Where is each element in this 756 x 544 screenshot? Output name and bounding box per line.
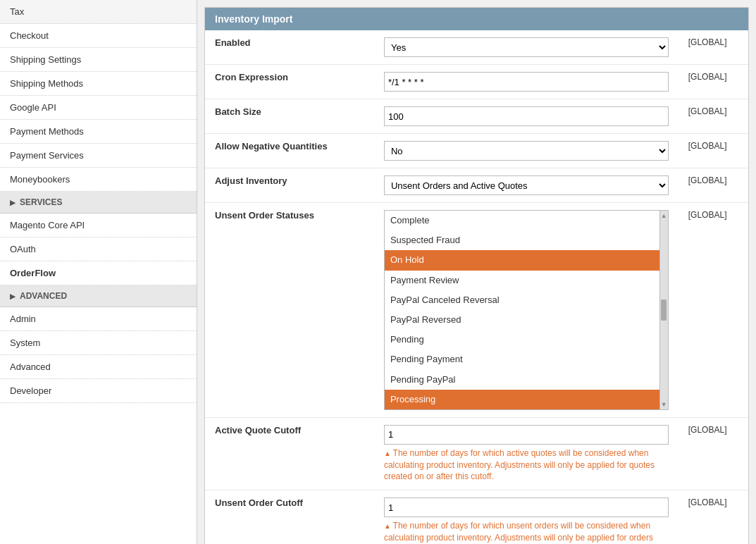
unsent-order-cutoff-global: [GLOBAL]	[678, 490, 748, 544]
enabled-label: Enabled	[205, 30, 374, 65]
adjust-inventory-wrapper: Unsent Orders and Active Quotes Unsent O…	[384, 175, 669, 195]
unsent-order-cutoff-row: Unsent Order Cutoff The number of days f…	[205, 490, 748, 544]
allow-negative-wrapper: No Yes	[384, 141, 669, 161]
active-quote-cutoff-global: [GLOBAL]	[678, 417, 748, 490]
sidebar: Tax Checkout Shipping Settings Shipping …	[0, 0, 197, 544]
status-paypal-canceled-reversal[interactable]: PayPal Canceled Reversal	[385, 290, 668, 310]
status-pending-paypal[interactable]: Pending PayPal	[385, 370, 668, 390]
status-pending[interactable]: Pending	[385, 330, 668, 350]
status-on-hold[interactable]: On Hold	[385, 250, 668, 270]
allow-negative-input-cell: No Yes	[374, 134, 678, 168]
sidebar-item-shipping-methods[interactable]: Shipping Methods	[0, 72, 197, 96]
unsent-order-cutoff-input-cell: The number of days for which unsent orde…	[374, 490, 678, 544]
sidebar-item-magento-core-api[interactable]: Magento Core API	[0, 214, 197, 237]
cron-global: [GLOBAL]	[678, 65, 748, 99]
enabled-select[interactable]: Yes No	[384, 37, 669, 57]
batch-input[interactable]	[384, 106, 669, 126]
sidebar-item-shipping-settings[interactable]: Shipping Settings	[0, 48, 197, 72]
sidebar-item-orderflow[interactable]: OrderFlow	[0, 261, 197, 285]
active-quote-cutoff-input[interactable]	[384, 425, 669, 445]
active-quote-cutoff-input-cell: The number of days for which active quot…	[374, 417, 678, 490]
allow-negative-select[interactable]: No Yes	[384, 141, 669, 161]
status-paypal-reversed[interactable]: PayPal Reversed	[385, 310, 668, 330]
multiselect-container: Complete Suspected Fraud On Hold Payment…	[384, 210, 669, 410]
panel-title: Inventory Import	[215, 13, 292, 25]
adjust-inventory-row: Adjust Inventory Unsent Orders and Activ…	[205, 168, 748, 203]
active-quote-cutoff-help: The number of days for which active quot…	[384, 447, 669, 483]
sidebar-item-admin[interactable]: Admin	[0, 307, 197, 331]
inventory-import-panel: Inventory Import Enabled Yes No [GLOB	[204, 7, 749, 544]
main-content: Inventory Import Enabled Yes No [GLOB	[197, 0, 756, 544]
allow-negative-global: [GLOBAL]	[678, 134, 748, 168]
form-table: Enabled Yes No [GLOBAL] Cron Expression	[205, 30, 748, 544]
sidebar-section-advanced[interactable]: ▶ ADVANCED	[0, 285, 197, 307]
sidebar-item-payment-methods[interactable]: Payment Methods	[0, 120, 197, 144]
sidebar-item-payment-services[interactable]: Payment Services	[0, 144, 197, 168]
status-payment-review[interactable]: Payment Review	[385, 271, 668, 290]
sidebar-item-checkout[interactable]: Checkout	[0, 24, 197, 48]
unsent-order-cutoff-help: The number of days for which unsent orde…	[384, 520, 669, 544]
unsent-statuses-global: [GLOBAL]	[678, 203, 748, 418]
sidebar-item-developer[interactable]: Developer	[0, 379, 197, 403]
sidebar-item-advanced[interactable]: Advanced	[0, 355, 197, 379]
status-list: Complete Suspected Fraud On Hold Payment…	[385, 211, 668, 409]
services-arrow-icon: ▶	[10, 199, 16, 206]
sidebar-item-google-api[interactable]: Google API	[0, 96, 197, 120]
status-pending-payment[interactable]: Pending Payment	[385, 350, 668, 369]
allow-negative-label: Allow Negative Quantities	[205, 134, 374, 168]
panel-header: Inventory Import	[205, 8, 748, 30]
batch-global: [GLOBAL]	[678, 99, 748, 134]
enabled-input-cell: Yes No	[374, 30, 678, 65]
advanced-arrow-icon: ▶	[10, 292, 16, 300]
active-quote-cutoff-row: Active Quote Cutoff The number of days f…	[205, 417, 748, 490]
scrollbar[interactable]: ▲ ▼	[659, 211, 668, 409]
sidebar-item-tax[interactable]: Tax	[0, 0, 197, 24]
status-suspected-fraud[interactable]: Suspected Fraud	[385, 230, 668, 250]
services-section-label: SERVICES	[20, 197, 62, 207]
adjust-inventory-select[interactable]: Unsent Orders and Active Quotes Unsent O…	[384, 175, 669, 195]
unsent-statuses-input-cell: Complete Suspected Fraud On Hold Payment…	[374, 203, 678, 418]
advanced-section-label: ADVANCED	[20, 291, 67, 301]
sidebar-item-system[interactable]: System	[0, 331, 197, 355]
unsent-order-cutoff-input[interactable]	[384, 497, 669, 517]
allow-negative-row: Allow Negative Quantities No Yes [GLOBAL…	[205, 134, 748, 168]
adjust-inventory-label: Adjust Inventory	[205, 168, 374, 203]
active-quote-cutoff-label: Active Quote Cutoff	[205, 417, 374, 490]
unsent-order-cutoff-label: Unsent Order Cutoff	[205, 490, 374, 544]
sidebar-item-moneybookers[interactable]: Moneybookers	[0, 168, 197, 192]
sidebar-section-services[interactable]: ▶ SERVICES	[0, 192, 197, 214]
adjust-inventory-input-cell: Unsent Orders and Active Quotes Unsent O…	[374, 168, 678, 203]
sidebar-item-oauth[interactable]: OAuth	[0, 237, 197, 261]
unsent-statuses-row: Unsent Order Statuses Complete Suspected…	[205, 203, 748, 418]
batch-label: Batch Size	[205, 99, 374, 134]
cron-label: Cron Expression	[205, 65, 374, 99]
cron-row: Cron Expression [GLOBAL]	[205, 65, 748, 99]
adjust-inventory-global: [GLOBAL]	[678, 168, 748, 203]
unsent-statuses-label: Unsent Order Statuses	[205, 203, 374, 418]
batch-row: Batch Size [GLOBAL]	[205, 99, 748, 134]
cron-input[interactable]	[384, 72, 669, 92]
status-processing[interactable]: Processing	[385, 390, 668, 409]
enabled-global: [GLOBAL]	[678, 30, 748, 65]
batch-input-cell	[374, 99, 678, 134]
cron-input-cell	[374, 65, 678, 99]
enabled-dropdown-wrapper: Yes No	[384, 37, 669, 57]
status-complete[interactable]: Complete	[385, 211, 668, 230]
enabled-row: Enabled Yes No [GLOBAL]	[205, 30, 748, 65]
